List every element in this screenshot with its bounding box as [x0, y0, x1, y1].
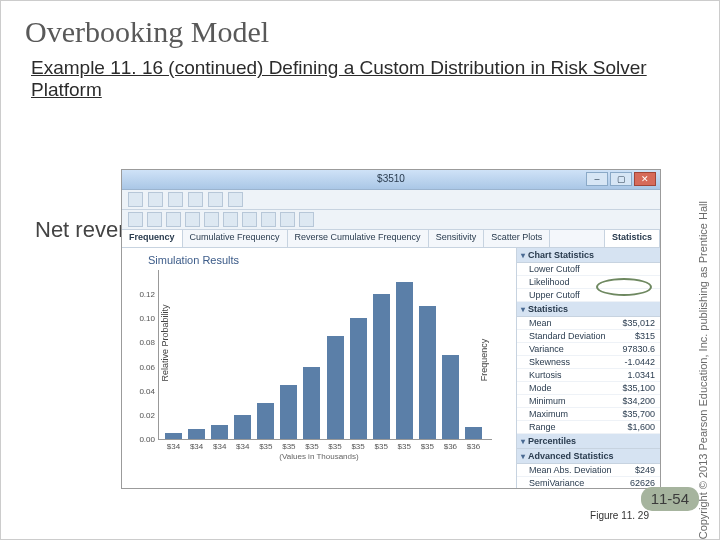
stat-row: SemiVariance62626 — [517, 477, 660, 488]
y-tick: 0.08 — [131, 338, 155, 347]
histogram-bar — [234, 415, 251, 439]
x-tick: $35 — [282, 442, 295, 451]
y-tick: 0.10 — [131, 314, 155, 323]
stat-row: Skewness-1.0442 — [517, 356, 660, 369]
x-tick: $35 — [374, 442, 387, 451]
toolbar-secondary — [122, 210, 660, 230]
simulation-window: $3510 – ▢ ✕ Frequency Cumulative Frequen… — [121, 169, 661, 489]
stat-row-mean: Mean$35,012 — [517, 317, 660, 330]
toolbar-icon[interactable] — [128, 192, 143, 207]
tab-sensitivity[interactable]: Sensitivity — [429, 230, 485, 247]
toolbar-icon[interactable] — [166, 212, 181, 227]
highlight-oval-mean — [596, 278, 652, 296]
window-title: $3510 — [377, 173, 405, 184]
toolbar-icon[interactable] — [242, 212, 257, 227]
toolbar-icon[interactable] — [223, 212, 238, 227]
histogram-bar — [465, 427, 482, 439]
stat-row: Maximum$35,700 — [517, 408, 660, 421]
toolbar-icon[interactable] — [299, 212, 314, 227]
section-percentiles[interactable]: Percentiles — [517, 434, 660, 449]
x-tick: $34 — [190, 442, 203, 451]
window-titlebar: $3510 – ▢ ✕ — [122, 170, 660, 190]
stat-row: Lower Cutoff — [517, 263, 660, 276]
toolbar-icon[interactable] — [228, 192, 243, 207]
stat-row: Variance97830.6 — [517, 343, 660, 356]
chart-title: Simulation Results — [148, 254, 512, 266]
stat-row: Kurtosis1.0341 — [517, 369, 660, 382]
stat-row: Minimum$34,200 — [517, 395, 660, 408]
y-tick: 0.02 — [131, 411, 155, 420]
section-statistics[interactable]: Statistics — [517, 302, 660, 317]
section-chart-statistics[interactable]: Chart Statistics — [517, 248, 660, 263]
tab-frequency[interactable]: Frequency — [122, 230, 183, 247]
section-advanced[interactable]: Advanced Statistics — [517, 449, 660, 464]
histogram-bar — [327, 336, 344, 439]
x-tick: $34 — [236, 442, 249, 451]
tab-reverse-cumulative[interactable]: Reverse Cumulative Frequency — [288, 230, 429, 247]
stat-row: Standard Deviation$315 — [517, 330, 660, 343]
toolbar-icon[interactable] — [128, 212, 143, 227]
x-tick: $34 — [167, 442, 180, 451]
toolbar-icon[interactable] — [188, 192, 203, 207]
toolbar-icon[interactable] — [280, 212, 295, 227]
x-tick: $35 — [421, 442, 434, 451]
y-axis-right-label: Frequency — [480, 338, 490, 381]
slide-title: Overbooking Model — [1, 1, 719, 53]
histogram-bar — [303, 367, 320, 439]
figure-caption: Figure 11. 29 — [590, 510, 649, 521]
example-subtitle: Example 11. 16 (continued) Defining a Cu… — [1, 53, 719, 101]
stat-row: Mode$35,100 — [517, 382, 660, 395]
stat-row: Range$1,600 — [517, 421, 660, 434]
y-tick: 0.04 — [131, 387, 155, 396]
toolbar-icon[interactable] — [185, 212, 200, 227]
maximize-button[interactable]: ▢ — [610, 172, 632, 186]
histogram-bar — [211, 425, 228, 439]
toolbar-icon[interactable] — [204, 212, 219, 227]
tab-strip: Frequency Cumulative Frequency Reverse C… — [122, 230, 660, 248]
y-tick: 0.12 — [131, 290, 155, 299]
histogram-bar — [165, 433, 182, 439]
y-tick: 0.06 — [131, 363, 155, 372]
x-tick: $35 — [328, 442, 341, 451]
x-axis-label: (Values in Thousands) — [126, 452, 512, 461]
toolbar-icon[interactable] — [148, 192, 163, 207]
x-tick: $36 — [467, 442, 480, 451]
copyright-notice: Copyright © 2013 Pearson Education, Inc.… — [697, 201, 709, 539]
close-button[interactable]: ✕ — [634, 172, 656, 186]
histogram-bar — [419, 306, 436, 439]
histogram-bar — [350, 318, 367, 439]
toolbar-icon[interactable] — [147, 212, 162, 227]
toolbar-primary — [122, 190, 660, 210]
toolbar-icon[interactable] — [261, 212, 276, 227]
histogram-bar — [373, 294, 390, 439]
minimize-button[interactable]: – — [586, 172, 608, 186]
toolbar-icon[interactable] — [208, 192, 223, 207]
x-tick: $35 — [351, 442, 364, 451]
x-tick: $35 — [398, 442, 411, 451]
histogram-bar — [188, 429, 205, 439]
toolbar-icon[interactable] — [168, 192, 183, 207]
page-number-badge: 11-54 — [641, 487, 699, 511]
chart-pane: Simulation Results Relative Probability … — [122, 248, 516, 488]
x-tick: $36 — [444, 442, 457, 451]
x-tick: $34 — [213, 442, 226, 451]
tab-statistics[interactable]: Statistics — [604, 230, 660, 247]
tab-scatter[interactable]: Scatter Plots — [484, 230, 550, 247]
tab-cumulative[interactable]: Cumulative Frequency — [183, 230, 288, 247]
histogram-plot: Frequency $34$34$34$34$35$35$35$35$35$35… — [158, 270, 492, 440]
histogram-bar — [396, 282, 413, 439]
stat-row: Mean Abs. Deviation$249 — [517, 464, 660, 477]
y-tick: 0.00 — [131, 435, 155, 444]
histogram-bar — [257, 403, 274, 439]
histogram-bar — [442, 355, 459, 440]
x-tick: $35 — [305, 442, 318, 451]
histogram-bar — [280, 385, 297, 439]
x-tick: $35 — [259, 442, 272, 451]
